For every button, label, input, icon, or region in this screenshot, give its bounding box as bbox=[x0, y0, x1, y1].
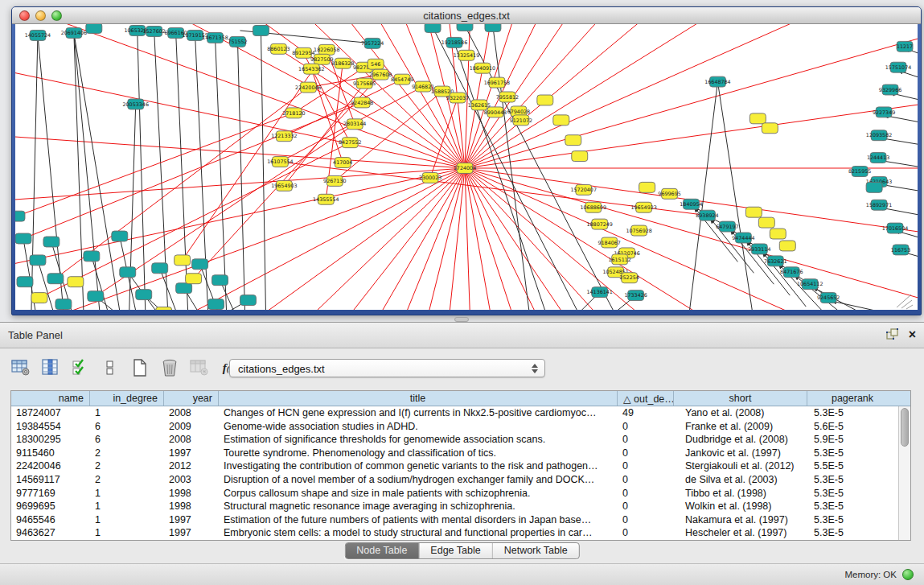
table-row[interactable]: 946554611997Estimation of the future num… bbox=[11, 513, 898, 527]
graph-node[interactable] bbox=[30, 255, 46, 266]
node-table-rows: 1872400712008Changes of HCN gene express… bbox=[11, 406, 898, 540]
graph-node[interactable] bbox=[15, 233, 31, 244]
graph-node[interactable] bbox=[47, 274, 64, 284]
graph-node[interactable] bbox=[15, 211, 25, 221]
graph-node-label: 16961758 bbox=[484, 80, 510, 86]
table-cell: 9463627 bbox=[11, 526, 90, 540]
graph-node[interactable] bbox=[253, 25, 269, 35]
table-cell: 1 bbox=[90, 406, 164, 420]
graph-node[interactable] bbox=[86, 24, 102, 33]
graph-node[interactable] bbox=[425, 24, 441, 32]
graph-node-label: 18226058 bbox=[314, 47, 339, 53]
graph-node[interactable] bbox=[457, 24, 473, 31]
graph-node[interactable] bbox=[553, 115, 569, 126]
graph-node[interactable] bbox=[186, 274, 202, 284]
graph-node[interactable] bbox=[152, 263, 168, 274]
table-cell: Yano et al. (2008) bbox=[674, 406, 807, 420]
graph-node[interactable] bbox=[68, 277, 84, 287]
table-row[interactable]: 1872400712008Changes of HCN gene express… bbox=[11, 406, 898, 420]
table-cell: 2003 bbox=[164, 473, 219, 487]
graph-node-label: 12213332 bbox=[271, 133, 297, 139]
graph-node[interactable] bbox=[88, 291, 104, 302]
column-header-year[interactable]: year bbox=[164, 391, 219, 406]
graph-node-label: 8186328 bbox=[331, 60, 354, 67]
table-cell: 5.3E-5 bbox=[807, 500, 897, 513]
modify-table-icon[interactable] bbox=[10, 357, 32, 378]
table-row[interactable]: 2242004622012Investigating the contribut… bbox=[11, 459, 898, 473]
graph-node[interactable] bbox=[639, 182, 655, 192]
graph-node-label: 8427552 bbox=[339, 139, 361, 146]
table-cell: Hescheler et al. (1997) bbox=[674, 526, 807, 540]
select-columns-icon[interactable] bbox=[39, 357, 62, 378]
tab-network-table[interactable]: Network Table bbox=[493, 543, 579, 558]
table-row[interactable]: 1456911722003Disruption of a novel membe… bbox=[11, 473, 898, 487]
new-table-icon[interactable] bbox=[129, 357, 151, 378]
graph-node[interactable] bbox=[55, 299, 72, 310]
graph-node[interactable] bbox=[758, 217, 774, 228]
graph-node[interactable] bbox=[84, 251, 100, 262]
application-window: citations_edges.txt 14055724206914061065… bbox=[0, 0, 924, 585]
column-header-short[interactable]: short bbox=[674, 391, 807, 406]
graph-node[interactable] bbox=[120, 267, 136, 278]
graph-node[interactable] bbox=[779, 241, 795, 251]
table-row[interactable]: 1938455462009Genome-wide association stu… bbox=[11, 420, 898, 434]
import-table-icon bbox=[188, 357, 211, 378]
graph-node[interactable] bbox=[565, 135, 581, 146]
table-row[interactable]: 1830029562008Estimation of significance … bbox=[11, 433, 898, 447]
graph-node[interactable] bbox=[43, 237, 60, 247]
graph-node[interactable] bbox=[749, 113, 766, 124]
graph-node[interactable] bbox=[240, 295, 257, 306]
graph-node-label: 9245652 bbox=[817, 295, 840, 301]
graph-node-label: 9227349 bbox=[873, 109, 895, 116]
table-cell: 9699695 bbox=[11, 500, 90, 513]
graph-node[interactable] bbox=[192, 259, 208, 270]
delete-table-icon[interactable] bbox=[158, 357, 181, 378]
select-rows-icon[interactable] bbox=[69, 357, 92, 378]
column-header-pagerank[interactable]: pagerank bbox=[807, 391, 897, 406]
table-selector-dropdown[interactable]: citations_edges.txt bbox=[229, 359, 545, 377]
graph-node[interactable] bbox=[112, 231, 128, 241]
graph-node[interactable] bbox=[537, 95, 553, 105]
graph-node[interactable] bbox=[745, 207, 762, 217]
close-panel-icon[interactable]: × bbox=[909, 328, 916, 341]
table-panel-title: Table Panel bbox=[8, 329, 63, 341]
graph-node[interactable] bbox=[17, 277, 33, 287]
table-row[interactable]: 946362711997Embryonic stem cells: a mode… bbox=[11, 526, 898, 540]
graph-node[interactable] bbox=[136, 290, 152, 300]
graph-node-label: 9474444 bbox=[732, 235, 754, 241]
float-panel-icon[interactable] bbox=[885, 328, 899, 341]
graph-node-label: 8215955 bbox=[848, 168, 871, 175]
table-row[interactable]: 911546021997Tourette syndrome. Phenomeno… bbox=[11, 447, 898, 460]
column-header-in-degree[interactable]: in_degree bbox=[90, 391, 164, 406]
graph-node[interactable] bbox=[866, 182, 882, 192]
table-cell: Franke et al. (2009) bbox=[674, 420, 807, 434]
table-row[interactable]: 977716911998Corpus callosum shape and si… bbox=[11, 487, 898, 501]
column-header-out-de-[interactable]: △ out_de… bbox=[618, 391, 674, 406]
graph-node[interactable] bbox=[175, 255, 191, 266]
graph-node-label: 8990448 bbox=[484, 109, 507, 116]
graph-node[interactable] bbox=[31, 293, 47, 303]
table-cell: 2012 bbox=[164, 459, 219, 473]
graph-node[interactable] bbox=[156, 307, 172, 310]
column-header-title[interactable]: title bbox=[219, 391, 618, 406]
tab-edge-table[interactable]: Edge Table bbox=[419, 543, 492, 558]
row-height-icon[interactable] bbox=[99, 357, 121, 378]
graph-node[interactable] bbox=[176, 283, 192, 294]
graph-node[interactable] bbox=[212, 275, 228, 286]
graph-node-label: 417004 bbox=[333, 159, 352, 166]
graph-node-label: 1244413 bbox=[867, 154, 889, 161]
graph-node[interactable] bbox=[485, 24, 501, 31]
column-header-name[interactable]: name bbox=[11, 391, 90, 406]
table-cell: 5.3E-5 bbox=[807, 406, 897, 420]
graph-node[interactable] bbox=[208, 299, 224, 310]
table-row[interactable]: 969969511998Structural magnetic resonanc… bbox=[11, 500, 898, 513]
tab-node-table[interactable]: Node Table bbox=[345, 543, 419, 558]
table-vertical-scrollbar[interactable] bbox=[898, 406, 910, 540]
graph-node[interactable] bbox=[572, 151, 588, 162]
table-cell: 49 bbox=[618, 406, 674, 420]
graph-node[interactable] bbox=[770, 229, 786, 239]
scrollbar-thumb[interactable] bbox=[901, 408, 909, 447]
network-canvas[interactable]: 1405572420691406106532871527602696616010… bbox=[15, 24, 918, 310]
graph-node[interactable] bbox=[762, 123, 778, 134]
window-titlebar[interactable]: citations_edges.txt bbox=[12, 7, 921, 24]
